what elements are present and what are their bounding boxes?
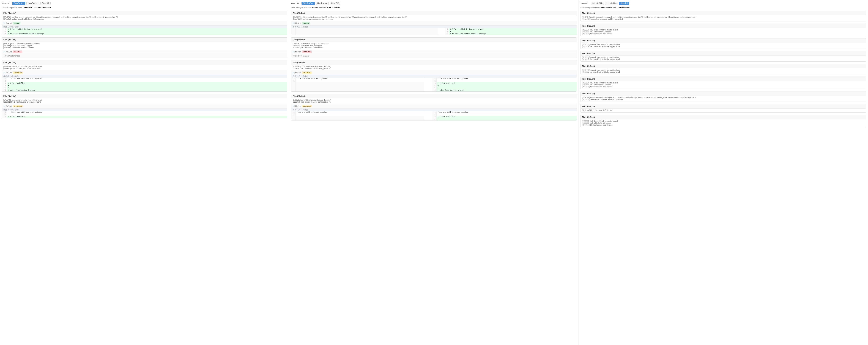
left-side-by-side-btn[interactable]: Side-By-Side — [12, 2, 25, 5]
line-code: + File1 modified — [7, 116, 287, 118]
line-num: 2 — [432, 80, 437, 82]
left-file1-1-table: 1 file one with content updated 2 3 + Fi… — [2, 78, 287, 92]
table-row: 3 + to test multiline commit message — [2, 33, 287, 35]
right-file4-1-header: File: (file4.txt) — [581, 11, 866, 15]
left-file1-1-meta: [5755793] commit from master (correct th… — [2, 65, 287, 71]
middle-file3-section: File: (file3.txt) [2f05397] file3 delete… — [291, 37, 577, 58]
line-code: + — [7, 84, 287, 87]
middle-file4-section: File: (file4.txt) [37c0754] multiline co… — [291, 11, 577, 35]
line-num — [291, 33, 296, 35]
middle-file1-2-hunk: @@ -1,2 +1,6 @@ — [291, 108, 577, 111]
table-row: 2 + — [2, 31, 287, 33]
middle-file4-meta: [37c0754] multiline commit message line … — [291, 15, 577, 21]
table-row: 3 + to test multiline commit message — [291, 33, 577, 35]
middle-file1-1-badge: CHANGED — [302, 71, 312, 74]
middle-file1-2-section: File: (file1.txt) [5755793] commit from … — [291, 94, 577, 120]
left-file1-2-diff: @@ -1,2 +1,6 @@ 1 file one with content … — [2, 108, 287, 118]
middle-file1-2-badge-row: 📄 file1.txt CHANGED — [291, 104, 577, 108]
left-file1-2-meta: [5755793] commit from master (correct th… — [2, 98, 287, 104]
left-commit-from: 3b9aea39c7 — [22, 6, 33, 9]
middle-file3-badge-row: 📄 file3.txt DELETED — [291, 50, 577, 54]
divider — [424, 78, 432, 80]
line-code — [296, 116, 424, 118]
divider — [424, 82, 432, 84]
line-num: 4 — [432, 118, 437, 120]
line-num: 6 — [432, 89, 437, 92]
left-file1-2-badge: CHANGED — [12, 105, 23, 107]
line-num: 1 — [2, 111, 7, 113]
line-num — [291, 89, 296, 92]
left-file1-2-header: File: (file1.txt) — [2, 94, 287, 98]
line-num — [291, 82, 296, 84]
line-num: 3 — [445, 33, 449, 35]
line-num: 1 — [2, 78, 7, 80]
middle-panel: View Diff : Side-By-Side Line-By-Line Cl… — [289, 0, 579, 345]
right-file1-2-section: File: (file1.txt) [5755793] commit from … — [581, 51, 866, 62]
right-side-by-side-btn[interactable]: Side-By-Side — [591, 2, 604, 5]
right-file3-1-meta: [2f05397] file3 deleted finally in maste… — [581, 28, 866, 36]
line-code: file one with content updated — [437, 78, 577, 80]
left-file4-filename: 📄 file4.txt — [3, 22, 11, 24]
line-code — [296, 80, 424, 82]
line-code: file one with content updated — [7, 111, 287, 113]
middle-file4-header: File: (file4.txt) — [291, 11, 577, 15]
divider — [424, 113, 432, 116]
middle-side-by-side-btn[interactable]: Side-By-Side — [302, 2, 315, 5]
divider — [424, 87, 432, 89]
right-file3-1-section: File: (file3.txt) [2f05397] file3 delete… — [581, 24, 866, 36]
middle-toolbar: View Diff : Side-By-Side Line-By-Line Cl… — [291, 2, 577, 5]
right-file1-3-header: File: (file1.txt) — [581, 64, 866, 68]
line-code — [296, 113, 424, 116]
line-num: 3 — [2, 33, 7, 35]
left-line-by-line-btn[interactable]: Line-By-Line — [26, 2, 39, 5]
divider — [424, 111, 432, 113]
line-num — [291, 84, 296, 87]
middle-file1-2-badge: CHANGED — [302, 105, 312, 107]
middle-file1-2-header: File: (file1.txt) — [291, 94, 577, 98]
table-row: 2 2 — [291, 80, 577, 82]
line-num: 3 — [2, 116, 7, 118]
middle-file1-1-hunk: @@ -1,2 +1,6 @@ — [291, 75, 577, 78]
left-file1-1-section: File: (file1.txt) [5755793] commit from … — [2, 60, 287, 92]
line-code: file one with content updated — [437, 111, 577, 113]
line-num: 1 — [2, 28, 7, 31]
middle-line-by-line-btn[interactable]: Line-By-Line — [316, 2, 329, 5]
left-file4-badge-row: 📄 file4.txt ADDED — [2, 21, 287, 25]
left-file4-diff: @@ -0,0 +1,3 @@ 1 + File 4 added in feat… — [2, 25, 287, 35]
middle-file1-2-meta: [5755793] commit from master (correct th… — [291, 98, 577, 104]
line-code: file one with content updated — [296, 78, 424, 80]
middle-file1-2-filename: 📄 file1.txt — [292, 105, 301, 107]
right-file2-section: File: (file2.txt) [d03794c] file2 edited… — [581, 104, 866, 113]
middle-file1-1-badge-row: 📄 file1.txt CHANGED — [291, 71, 577, 75]
middle-files-changed: Files changed between 3b9aea39c7 and 37c… — [291, 6, 577, 9]
middle-file1-1-meta: [5755793] commit from master (correct th… — [291, 65, 577, 71]
left-clear-diff-btn[interactable]: Clear Diff — [40, 2, 51, 5]
left-file3-badge-row: 📄 file3.txt DELETED — [2, 50, 287, 54]
table-row: 1 file one with content updated — [2, 111, 287, 113]
right-file3-1-header: File: (file3.txt) — [581, 24, 866, 28]
line-code: file one with content updated — [296, 111, 424, 113]
table-row: 1 file one with content updated — [2, 78, 287, 80]
left-file3-header: File: (file3.txt) — [2, 38, 287, 42]
left-file3-section: File: (file3.txt) [2f05397] file3 delete… — [2, 37, 287, 58]
line-code — [296, 28, 438, 31]
line-num — [291, 87, 296, 89]
right-file4-2-header: File: (file4.txt) — [581, 92, 866, 96]
right-line-by-line-btn[interactable]: Line-By-Line — [605, 2, 618, 5]
right-clear-diff-btn[interactable]: Clear Diff — [619, 2, 629, 5]
left-file4-badge: ADDED — [12, 22, 21, 25]
table-row: 2 — [2, 80, 287, 82]
middle-file3-filename: 📄 file3.txt — [292, 51, 301, 53]
line-num: 2 — [432, 113, 437, 116]
line-num: 3 — [432, 82, 437, 84]
left-file1-2-table: 1 file one with content updated 2 3 + Fi… — [2, 111, 287, 118]
line-num: 1 — [432, 78, 437, 80]
left-file1-1-badge-row: 📄 file1.txt CHANGED — [2, 71, 287, 75]
right-file4-2-section: File: (file4.txt) [37c0754] multiline co… — [581, 91, 866, 102]
line-code: + — [437, 87, 577, 89]
table-row: 1 file one with content updated 1 file o… — [291, 78, 577, 80]
line-num — [291, 118, 296, 120]
middle-clear-diff-btn[interactable]: Clear Diff — [330, 2, 340, 5]
middle-file1-1-section: File: (file1.txt) [5755793] commit from … — [291, 60, 577, 92]
line-code — [437, 113, 577, 116]
